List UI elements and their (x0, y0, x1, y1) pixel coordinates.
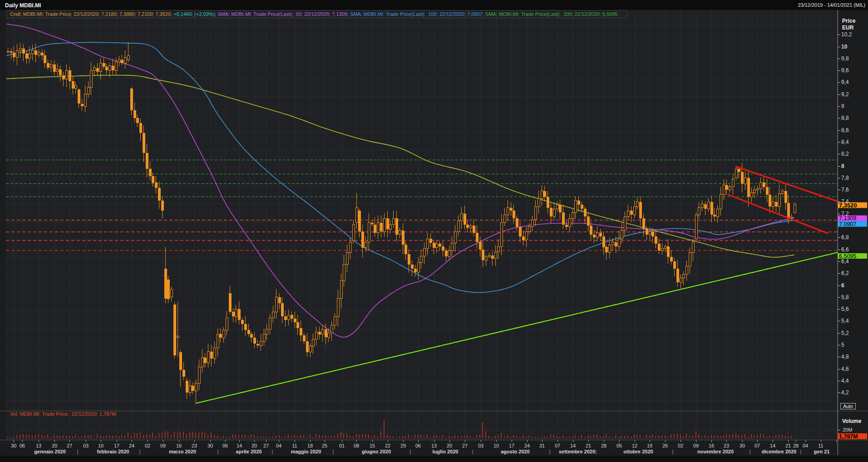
svg-text:18: 18 (307, 443, 313, 448)
svg-text:6,5095: 6,5095 (839, 253, 856, 260)
svg-text:|: | (472, 449, 473, 454)
svg-text:26: 26 (662, 443, 668, 448)
svg-text:|: | (672, 449, 674, 454)
svg-text:24: 24 (524, 443, 530, 448)
svg-text:20: 20 (252, 443, 257, 448)
svg-text:28: 28 (793, 443, 799, 448)
svg-text:07: 07 (755, 443, 760, 448)
svg-text:14: 14 (237, 443, 242, 448)
svg-text:27: 27 (67, 443, 72, 448)
svg-text:maggio 2020: maggio 2020 (291, 449, 321, 454)
svg-text:16: 16 (709, 443, 714, 448)
svg-text:07: 07 (555, 443, 560, 448)
svg-text:21: 21 (785, 443, 791, 448)
svg-text:novembre 2020: novembre 2020 (697, 449, 734, 454)
svg-text:25: 25 (322, 443, 327, 448)
svg-text:30: 30 (207, 443, 213, 448)
svg-text:5,6: 5,6 (841, 306, 849, 312)
svg-text:Cndl; MDBI.MI; Trade Price; 22: Cndl; MDBI.MI; Trade Price; 22/12/2020; … (10, 11, 617, 17)
svg-text:30: 30 (11, 443, 16, 448)
svg-text:|: | (217, 449, 219, 454)
svg-text:10: 10 (841, 44, 848, 50)
svg-text:28: 28 (601, 443, 607, 448)
svg-text:15: 15 (370, 443, 375, 448)
svg-text:27: 27 (462, 443, 468, 448)
svg-text:5,8: 5,8 (841, 294, 849, 300)
svg-text:05: 05 (616, 443, 622, 448)
svg-text:|: | (549, 449, 551, 454)
svg-text:20M: 20M (843, 427, 852, 433)
svg-text:22: 22 (385, 443, 390, 448)
svg-text:7,6: 7,6 (841, 187, 849, 193)
svg-text:4,2: 4,2 (841, 389, 849, 396)
svg-text:13: 13 (431, 443, 437, 448)
svg-text:08: 08 (354, 443, 359, 448)
svg-text:|: | (77, 449, 79, 454)
svg-text:1,787M: 1,787M (839, 433, 858, 440)
svg-text:marzo 2020: marzo 2020 (169, 449, 196, 454)
svg-text:04: 04 (276, 443, 281, 448)
svg-text:|: | (800, 449, 802, 454)
svg-text:|: | (750, 449, 751, 454)
svg-text:Daily MDBI.MI: Daily MDBI.MI (5, 2, 41, 9)
svg-text:9,4: 9,4 (841, 79, 849, 85)
svg-text:10,2: 10,2 (841, 31, 852, 38)
svg-text:30: 30 (740, 443, 745, 448)
svg-text:7,8: 7,8 (841, 175, 849, 181)
svg-text:5,2: 5,2 (841, 330, 849, 336)
svg-text:24: 24 (129, 443, 134, 448)
svg-text:4,4: 4,4 (841, 378, 849, 384)
svg-text:8,6: 8,6 (841, 127, 849, 133)
svg-text:Volume: Volume (842, 418, 862, 424)
svg-text:9,2: 9,2 (841, 91, 849, 98)
svg-text:agosto 2020: agosto 2020 (501, 449, 530, 454)
svg-text:Price: Price (842, 18, 856, 24)
svg-text:Vol; MDBI.MI; Trade Price; 22: Vol; MDBI.MI; Trade Price; 22/12/2020; 1… (10, 411, 116, 417)
svg-text:6,6: 6,6 (841, 246, 849, 253)
svg-text:14: 14 (570, 443, 576, 448)
svg-text:19: 19 (647, 443, 652, 448)
svg-text:9: 9 (841, 103, 844, 109)
svg-text:13: 13 (36, 443, 41, 448)
svg-text:8,4: 8,4 (841, 139, 849, 145)
svg-text:16: 16 (176, 443, 182, 448)
svg-text:dicembre 2020: dicembre 2020 (762, 449, 796, 454)
svg-text:6,2: 6,2 (841, 270, 849, 276)
svg-text:11: 11 (292, 443, 297, 448)
svg-text:5,4: 5,4 (841, 318, 849, 324)
svg-text:09: 09 (160, 443, 166, 448)
svg-text:|: | (596, 449, 597, 454)
svg-text:10: 10 (98, 443, 104, 448)
svg-text:14: 14 (770, 443, 775, 448)
svg-text:31: 31 (539, 443, 545, 448)
svg-text:23: 23 (724, 443, 729, 448)
svg-text:8,2: 8,2 (841, 151, 849, 157)
svg-text:02: 02 (678, 443, 683, 448)
svg-text:6: 6 (841, 282, 844, 289)
svg-text:EUR: EUR (842, 25, 854, 31)
svg-text:20: 20 (447, 443, 452, 448)
svg-text:21: 21 (586, 443, 591, 448)
svg-text:4,8: 4,8 (841, 354, 849, 360)
svg-text:aprile 2020: aprile 2020 (236, 449, 262, 454)
svg-text:|: | (272, 449, 273, 454)
svg-text:|: | (139, 449, 141, 454)
svg-text:06: 06 (415, 443, 421, 448)
svg-text:27: 27 (263, 443, 269, 448)
svg-text:gen 21: gen 21 (814, 449, 830, 454)
svg-text:7,0907: 7,0907 (839, 221, 856, 227)
svg-text:Auto: Auto (843, 403, 853, 409)
svg-text:23/12/2019 - 14/01/2021 (MIL): 23/12/2019 - 14/01/2021 (MIL) (798, 2, 865, 8)
svg-text:4,6: 4,6 (841, 366, 849, 372)
svg-text:febbraio 2020: febbraio 2020 (97, 449, 129, 454)
svg-text:03: 03 (478, 443, 483, 448)
svg-text:gennaio 2020: gennaio 2020 (34, 449, 66, 454)
svg-text:10: 10 (493, 443, 499, 448)
svg-text:9,8: 9,8 (841, 55, 849, 62)
svg-text:29: 29 (400, 443, 406, 448)
svg-text:5: 5 (841, 342, 844, 348)
svg-text:01: 01 (339, 443, 345, 448)
svg-text:09: 09 (693, 443, 699, 448)
svg-text:17: 17 (114, 443, 119, 448)
svg-text:7,3520: 7,3520 (839, 202, 857, 209)
